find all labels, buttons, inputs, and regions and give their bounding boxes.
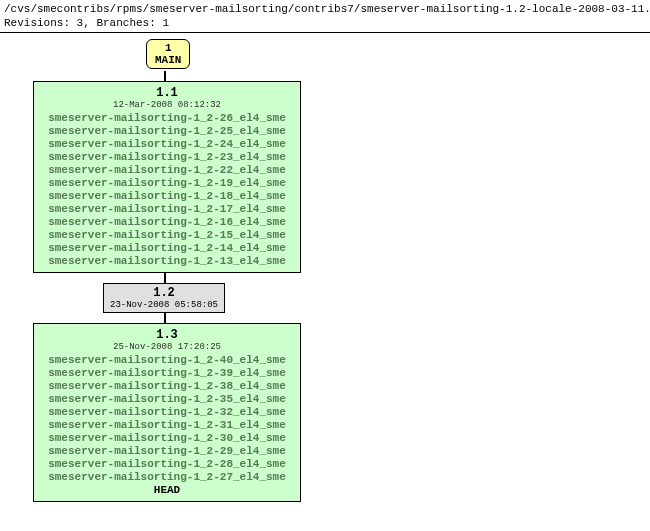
tag: smeserver-mailsorting-1_2-14_el4_sme bbox=[42, 242, 292, 255]
revision-number: 1.2 bbox=[110, 286, 218, 300]
tag: smeserver-mailsorting-1_2-22_el4_sme bbox=[42, 164, 292, 177]
branch-name: MAIN bbox=[155, 54, 181, 66]
tag: smeserver-mailsorting-1_2-38_el4_sme bbox=[42, 380, 292, 393]
tag: smeserver-mailsorting-1_2-39_el4_sme bbox=[42, 367, 292, 380]
tag: smeserver-mailsorting-1_2-23_el4_sme bbox=[42, 151, 292, 164]
tag-list: smeserver-mailsorting-1_2-40_el4_smesmes… bbox=[42, 354, 292, 484]
tag: smeserver-mailsorting-1_2-17_el4_sme bbox=[42, 203, 292, 216]
tag: smeserver-mailsorting-1_2-35_el4_sme bbox=[42, 393, 292, 406]
tag-list: smeserver-mailsorting-1_2-26_el4_smesmes… bbox=[42, 112, 292, 268]
head-tag: HEAD bbox=[42, 484, 292, 497]
revision-info: Revisions: 3, Branches: 1 bbox=[4, 16, 646, 30]
revision-date: 25-Nov-2008 17:20:25 bbox=[42, 342, 292, 352]
tag: smeserver-mailsorting-1_2-16_el4_sme bbox=[42, 216, 292, 229]
tag: smeserver-mailsorting-1_2-24_el4_sme bbox=[42, 138, 292, 151]
branch-node: 1 MAIN bbox=[146, 39, 190, 69]
tag: smeserver-mailsorting-1_2-26_el4_sme bbox=[42, 112, 292, 125]
revision-node-1-3: 1.3 25-Nov-2008 17:20:25 smeserver-mails… bbox=[33, 323, 301, 502]
revision-node-1-2: 1.2 23-Nov-2008 05:58:05 bbox=[103, 283, 225, 313]
revision-number: 1.3 bbox=[42, 328, 292, 342]
revision-date: 12-Mar-2008 08:12:32 bbox=[42, 100, 292, 110]
connector bbox=[164, 273, 166, 283]
tag: smeserver-mailsorting-1_2-32_el4_sme bbox=[42, 406, 292, 419]
tag: smeserver-mailsorting-1_2-27_el4_sme bbox=[42, 471, 292, 484]
connector bbox=[164, 313, 166, 323]
tag: smeserver-mailsorting-1_2-13_el4_sme bbox=[42, 255, 292, 268]
tag: smeserver-mailsorting-1_2-29_el4_sme bbox=[42, 445, 292, 458]
tag: smeserver-mailsorting-1_2-18_el4_sme bbox=[42, 190, 292, 203]
tag: smeserver-mailsorting-1_2-25_el4_sme bbox=[42, 125, 292, 138]
tag: smeserver-mailsorting-1_2-28_el4_sme bbox=[42, 458, 292, 471]
header: /cvs/smecontribs/rpms/smeserver-mailsort… bbox=[0, 0, 650, 33]
revision-date: 23-Nov-2008 05:58:05 bbox=[110, 300, 218, 310]
tag: smeserver-mailsorting-1_2-19_el4_sme bbox=[42, 177, 292, 190]
branch-number: 1 bbox=[155, 42, 181, 54]
tag: smeserver-mailsorting-1_2-40_el4_sme bbox=[42, 354, 292, 367]
tag: smeserver-mailsorting-1_2-30_el4_sme bbox=[42, 432, 292, 445]
tag: smeserver-mailsorting-1_2-15_el4_sme bbox=[42, 229, 292, 242]
revision-graph: 1 MAIN 1.1 12-Mar-2008 08:12:32 smeserve… bbox=[0, 33, 650, 531]
revision-number: 1.1 bbox=[42, 86, 292, 100]
tag: smeserver-mailsorting-1_2-31_el4_sme bbox=[42, 419, 292, 432]
revision-node-1-1: 1.1 12-Mar-2008 08:12:32 smeserver-mails… bbox=[33, 81, 301, 273]
connector bbox=[164, 71, 166, 81]
file-path: /cvs/smecontribs/rpms/smeserver-mailsort… bbox=[4, 2, 646, 16]
